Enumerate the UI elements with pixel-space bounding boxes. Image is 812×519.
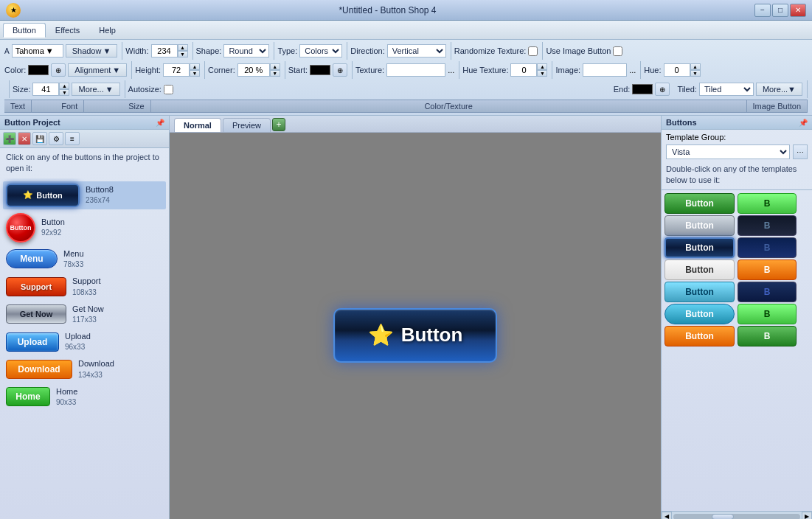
scroll-left-arrow[interactable]: ◀ xyxy=(662,512,672,520)
shape-label: Shape: xyxy=(196,46,222,55)
image-input[interactable] xyxy=(583,63,627,77)
right-panel: Buttons 📌 Template Group: Vista XP Class… xyxy=(661,116,812,519)
template-item[interactable]: Button xyxy=(664,282,735,302)
template-item[interactable]: B xyxy=(738,326,797,346)
template-item[interactable]: B xyxy=(738,260,797,280)
use-image-checkbox[interactable] xyxy=(613,46,622,56)
height-input[interactable] xyxy=(163,63,190,77)
hue-texture-spinner[interactable]: ▲ ▼ xyxy=(510,63,547,77)
size-down[interactable]: ▼ xyxy=(59,89,69,96)
menu-help[interactable]: Help xyxy=(89,23,125,38)
template-item[interactable]: Button xyxy=(664,193,735,214)
size-spinner[interactable]: ▲ ▼ xyxy=(32,83,69,96)
button8-info: Button8 236x74 xyxy=(86,184,114,206)
list-item[interactable]: ⭐ Button Button8 236x74 xyxy=(3,181,166,209)
width-spinner[interactable]: ▲ ▼ xyxy=(151,44,188,58)
corner-up[interactable]: ▲ xyxy=(270,63,280,70)
tiled-select[interactable]: Tiled Stretched xyxy=(699,83,754,96)
scroll-track[interactable] xyxy=(673,514,800,520)
template-item[interactable]: B xyxy=(738,193,797,214)
tab-normal[interactable]: Normal xyxy=(174,118,221,132)
width-input[interactable] xyxy=(151,44,178,58)
list-item[interactable]: Menu Menu 78x33 xyxy=(3,246,166,272)
template-more-btn[interactable]: ⋯ xyxy=(793,144,808,159)
list-item[interactable]: Home Home 90x33 xyxy=(3,384,166,410)
autosize-checkbox[interactable] xyxy=(164,85,173,94)
scroll-thumb[interactable] xyxy=(712,514,734,520)
template-item[interactable]: B xyxy=(738,237,797,258)
start-color-swatch[interactable] xyxy=(310,65,330,75)
template-item[interactable]: B xyxy=(738,282,797,302)
hue-texture-up[interactable]: ▲ xyxy=(537,63,547,70)
font-family-dropdown[interactable]: Tahoma ▼ xyxy=(12,44,63,58)
minimize-button[interactable]: − xyxy=(754,4,771,17)
hue-down[interactable]: ▼ xyxy=(690,70,701,77)
project-settings-btn[interactable]: ⚙ xyxy=(49,132,63,145)
tab-preview[interactable]: Preview xyxy=(223,118,271,132)
home-name: Home xyxy=(56,386,77,397)
list-item[interactable]: Support Support 108x33 xyxy=(3,274,166,299)
template-group-select[interactable]: Vista XP Classic xyxy=(666,144,790,159)
corner-input[interactable] xyxy=(237,63,270,77)
template-row: Button B xyxy=(664,237,809,258)
hue-texture-input[interactable] xyxy=(510,63,537,77)
template-item[interactable]: Button xyxy=(664,260,735,280)
height-down[interactable]: ▼ xyxy=(190,70,200,77)
randomize-checkbox[interactable] xyxy=(528,46,538,56)
more-dropdown[interactable]: More...▼ xyxy=(72,83,119,96)
hue-spinner[interactable]: ▲ ▼ xyxy=(664,63,701,77)
corner-spin-buttons: ▲ ▼ xyxy=(270,63,280,77)
color-picker-btn[interactable]: ⊕ xyxy=(51,63,66,77)
close-button[interactable]: ✕ xyxy=(790,4,806,17)
size-input[interactable] xyxy=(32,83,59,96)
hue-up[interactable]: ▲ xyxy=(690,63,701,70)
button8-thumb: ⭐ Button xyxy=(6,184,80,207)
shape-select[interactable]: Round Square Pill xyxy=(223,44,269,58)
height-up[interactable]: ▲ xyxy=(190,63,200,70)
hue-texture-down[interactable]: ▼ xyxy=(537,70,547,77)
list-item[interactable]: Upload Upload 96x33 xyxy=(3,329,166,355)
height-spinner[interactable]: ▲ ▼ xyxy=(163,63,200,77)
save-project-btn[interactable]: 💾 xyxy=(32,132,47,145)
start-color-picker[interactable]: ⊕ xyxy=(333,63,347,77)
type-select[interactable]: Colors Image xyxy=(299,44,342,58)
template-item[interactable]: Button xyxy=(664,237,735,258)
main-content: Button Project 📌 ➕ ✕ 💾 ⚙ ≡ Click on any … xyxy=(0,116,812,519)
menu-button[interactable]: Button xyxy=(3,23,46,38)
width-label: Width: xyxy=(125,46,148,55)
list-item[interactable]: Button Button 92x92 xyxy=(3,211,166,245)
end-color-picker[interactable]: ⊕ xyxy=(655,83,670,96)
template-item[interactable]: Button xyxy=(664,326,735,346)
maximize-button[interactable]: □ xyxy=(772,4,788,17)
texture-input[interactable] xyxy=(386,63,445,77)
main-preview-button[interactable]: ⭐ Button xyxy=(333,308,497,363)
template-item[interactable]: B xyxy=(738,304,797,324)
download-preview: Download xyxy=(6,360,72,379)
template-scrollbar[interactable]: ◀ ▶ xyxy=(662,511,812,519)
delete-button-btn[interactable]: ✕ xyxy=(18,132,31,145)
project-pin-icon: 📌 xyxy=(156,119,164,127)
list-item[interactable]: Get Now Get Now 117x33 xyxy=(3,302,166,327)
corner-spinner[interactable]: ▲ ▼ xyxy=(237,63,280,77)
template-item[interactable]: Button xyxy=(664,304,735,324)
template-item[interactable]: Button xyxy=(664,215,735,236)
size-up[interactable]: ▲ xyxy=(59,83,69,89)
scroll-right-arrow[interactable]: ▶ xyxy=(802,512,812,520)
hue-input[interactable] xyxy=(664,63,690,77)
new-button-btn[interactable]: ➕ xyxy=(3,132,16,145)
corner-down[interactable]: ▼ xyxy=(270,70,280,77)
menu-effects[interactable]: Effects xyxy=(46,23,89,38)
button8-name: Button8 xyxy=(86,184,114,195)
list-item[interactable]: Download Download 134x33 xyxy=(3,356,166,382)
shadow-dropdown[interactable]: Shadow▼ xyxy=(66,44,118,58)
width-down[interactable]: ▼ xyxy=(178,51,188,58)
tab-add-button[interactable]: + xyxy=(272,118,285,131)
end-color-swatch[interactable] xyxy=(632,84,653,94)
direction-select[interactable]: Vertical Horizontal xyxy=(387,44,446,58)
alignment-dropdown[interactable]: Alignment▼ xyxy=(68,63,127,77)
color-swatch[interactable] xyxy=(28,65,49,75)
width-up[interactable]: ▲ xyxy=(178,44,188,51)
project-menu-btn[interactable]: ≡ xyxy=(65,132,80,145)
texture-more-btn[interactable]: More...▼ xyxy=(756,83,802,96)
template-item[interactable]: B xyxy=(738,215,797,236)
